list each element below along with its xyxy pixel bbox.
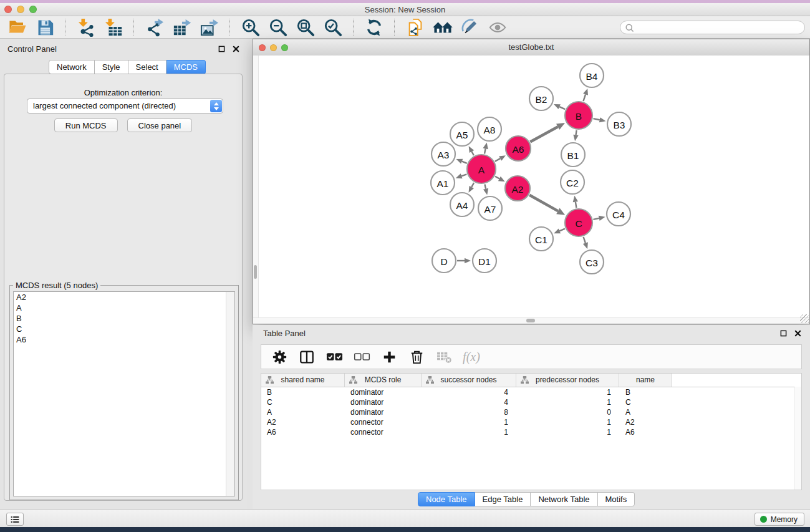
search-field[interactable] xyxy=(620,21,805,34)
table-row-c[interactable]: Cdominator41C xyxy=(261,397,801,407)
zoom-network-window-button[interactable] xyxy=(281,44,288,51)
toggle-graphics-details-button[interactable] xyxy=(459,18,481,37)
tab-motifs[interactable]: Motifs xyxy=(598,492,635,506)
zoom-selected-button[interactable] xyxy=(322,18,344,37)
float-panel-button[interactable] xyxy=(218,45,225,52)
float-table-panel-button[interactable] xyxy=(779,329,787,337)
result-item-c[interactable]: C xyxy=(14,324,234,334)
node-A4[interactable]: A4 xyxy=(450,193,474,216)
run-mcds-button[interactable]: Run MCDS xyxy=(54,118,118,132)
node-A[interactable]: A xyxy=(467,155,496,183)
function-builder-button[interactable]: f(x) xyxy=(463,348,480,365)
edge-C-C1[interactable] xyxy=(554,228,565,233)
close-panel-button[interactable] xyxy=(232,45,239,52)
edge-A-A7[interactable] xyxy=(483,184,488,195)
delete-table-button[interactable] xyxy=(435,348,453,365)
table-scrollbar[interactable] xyxy=(794,387,801,490)
result-item-a[interactable]: A xyxy=(14,302,234,313)
new-network-from-selection-button[interactable] xyxy=(404,18,427,37)
column-header-predecessor-nodes[interactable]: predecessor nodes xyxy=(516,374,619,387)
network-window-titlebar[interactable]: testGlobe.txt xyxy=(253,39,809,56)
node-C1[interactable]: C1 xyxy=(529,227,553,251)
node-C3[interactable]: C3 xyxy=(580,250,604,274)
edge-C-C4[interactable] xyxy=(593,216,605,221)
optimization-criterion-select[interactable]: largest connected component (directed) xyxy=(27,99,223,114)
import-table-button[interactable] xyxy=(102,18,125,37)
export-image-button[interactable] xyxy=(198,18,221,37)
node-B3[interactable]: B3 xyxy=(607,112,631,136)
save-session-button[interactable] xyxy=(34,18,56,37)
search-input[interactable] xyxy=(634,22,804,32)
edge-A2-C[interactable] xyxy=(529,195,565,215)
add-row-button[interactable] xyxy=(380,348,398,365)
result-list-scrollbar[interactable] xyxy=(226,292,234,496)
export-table-button[interactable] xyxy=(171,18,193,37)
zoom-out-button[interactable] xyxy=(267,18,289,37)
close-table-panel-button[interactable] xyxy=(794,329,801,337)
tab-node-table[interactable]: Node Table xyxy=(418,492,475,506)
vertical-scroll-thumb[interactable] xyxy=(254,265,257,279)
edge-A-A6[interactable] xyxy=(495,155,506,162)
edge-B-B4[interactable] xyxy=(583,89,588,101)
edge-B-B1[interactable] xyxy=(573,130,578,141)
node-C4[interactable]: C4 xyxy=(607,202,630,226)
edge-A-A3[interactable] xyxy=(456,159,466,164)
home-button[interactable] xyxy=(432,18,454,37)
tab-select[interactable]: Select xyxy=(128,60,166,74)
node-A1[interactable]: A1 xyxy=(431,171,455,195)
open-session-button[interactable] xyxy=(6,18,29,37)
result-item-b[interactable]: B xyxy=(14,313,234,324)
node-A6[interactable]: A6 xyxy=(506,136,531,161)
tab-network[interactable]: Network xyxy=(49,60,95,74)
table-settings-button[interactable] xyxy=(271,348,288,365)
network-vertical-scrollbar[interactable] xyxy=(253,56,259,318)
node-B1[interactable]: B1 xyxy=(561,143,585,167)
memory-button[interactable]: Memory xyxy=(755,513,804,526)
node-A3[interactable]: A3 xyxy=(432,142,455,166)
node-D1[interactable]: D1 xyxy=(473,249,496,273)
edge-A-A2[interactable] xyxy=(495,177,505,181)
tab-mcds[interactable]: MCDS xyxy=(166,60,206,74)
deselect-all-button[interactable] xyxy=(353,348,370,365)
tab-style[interactable]: Style xyxy=(95,60,128,74)
column-header-name[interactable]: name xyxy=(619,374,672,387)
edge-C-C3[interactable] xyxy=(583,237,588,249)
minimize-network-window-button[interactable] xyxy=(270,44,277,51)
show-hide-view-button[interactable] xyxy=(486,18,509,37)
column-header-successor-nodes[interactable]: successor nodes xyxy=(422,374,516,387)
column-header-MCDS-role[interactable]: MCDS role xyxy=(345,374,422,387)
horizontal-scroll-thumb[interactable] xyxy=(526,319,535,322)
close-network-window-button[interactable] xyxy=(259,44,266,51)
node-B2[interactable]: B2 xyxy=(529,87,553,110)
node-B[interactable]: B xyxy=(565,102,592,129)
edge-A-A4[interactable] xyxy=(469,183,475,193)
node-A7[interactable]: A7 xyxy=(478,196,502,220)
node-A8[interactable]: A8 xyxy=(478,117,501,141)
node-A5[interactable]: A5 xyxy=(450,122,474,146)
zoom-fit-button[interactable] xyxy=(294,18,317,37)
export-network-button[interactable] xyxy=(143,18,166,37)
show-columns-button[interactable] xyxy=(298,348,316,365)
app-titlebar[interactable]: Session: New Session xyxy=(0,3,810,16)
result-item-a6[interactable]: A6 xyxy=(14,334,234,345)
import-network-button[interactable] xyxy=(75,18,97,37)
node-A2[interactable]: A2 xyxy=(505,176,530,201)
tab-edge-table[interactable]: Edge Table xyxy=(475,492,531,506)
table-row-b[interactable]: Bdominator41B xyxy=(261,387,801,397)
zoom-in-button[interactable] xyxy=(239,18,262,37)
table-row-a2[interactable]: A2connector11A2 xyxy=(261,417,801,427)
tab-network-table[interactable]: Network Table xyxy=(531,492,597,506)
result-item-a2[interactable]: A2 xyxy=(14,292,234,302)
network-horizontal-scrollbar[interactable] xyxy=(253,317,809,324)
select-all-button[interactable] xyxy=(325,348,343,365)
node-D[interactable]: D xyxy=(432,249,456,273)
column-header-shared-name[interactable]: shared name xyxy=(261,374,345,387)
node-C[interactable]: C xyxy=(565,209,592,236)
edge-B-B2[interactable] xyxy=(554,104,565,109)
edge-A-A8[interactable] xyxy=(483,143,488,154)
node-B4[interactable]: B4 xyxy=(580,64,604,87)
edge-D-D1[interactable] xyxy=(457,258,471,263)
show-tasks-button[interactable] xyxy=(6,513,24,526)
edge-B-B3[interactable] xyxy=(593,117,605,122)
refresh-layout-button[interactable] xyxy=(363,18,385,37)
